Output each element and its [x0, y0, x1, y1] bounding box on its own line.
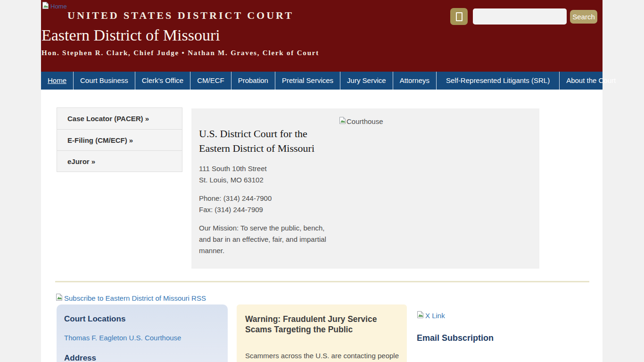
court-address: 111 South 10th Street St. Louis, MO 6310… — [199, 163, 267, 186]
x-social-link[interactable]: X Link — [416, 311, 445, 320]
quick-links-sidebar: Case Locator (PACER) » E-Filing (CM/ECF)… — [57, 107, 182, 172]
nav-item-clerks-office[interactable]: Clerk's Office — [135, 72, 190, 90]
court-type-title: UNITED STATES DISTRICT COURT — [67, 9, 294, 22]
nav-item-home[interactable]: Home — [41, 72, 73, 90]
home-link-label: Home — [50, 3, 67, 10]
broken-image-icon — [339, 116, 347, 126]
nav-item-srl[interactable]: Self-Represented Litigants (SRL) — [436, 72, 559, 90]
court-phone-fax: Phone: (314) 244-7900 Fax: (314) 244-790… — [199, 193, 272, 215]
nav-item-court-business[interactable]: Court Business — [73, 72, 135, 90]
warning-body-text: Scammers across the U.S. are contacting … — [245, 351, 401, 361]
rss-link-label: Subscribe to Eastern District of Missour… — [64, 294, 206, 302]
broken-image-icon — [41, 1, 50, 11]
mission-statement: Our Mission: To serve the public, bench,… — [199, 222, 326, 256]
x-link-label: X Link — [425, 312, 445, 320]
district-title: Eastern District of Missouri — [41, 26, 220, 44]
broken-image-icon — [55, 293, 63, 303]
card-heading: U.S. District Court for the Eastern Dist… — [199, 126, 314, 156]
section-divider — [55, 281, 589, 282]
home-logo-link[interactable]: Home — [41, 1, 67, 11]
nav-item-pretrial-services[interactable]: Pretrial Services — [275, 72, 340, 90]
nav-item-probation[interactable]: Probation — [231, 72, 275, 90]
page: Home UNITED STATES DISTRICT COURT Easter… — [41, 0, 603, 362]
phone-number: Phone: (314) 244-7900 — [199, 193, 272, 204]
eagleton-courthouse-link[interactable]: Thomas F. Eagleton U.S. Courthouse — [64, 334, 181, 342]
court-locations-box: Court Locations Thomas F. Eagleton U.S. … — [57, 304, 228, 362]
courthouse-image-alt-text: Courthouse — [347, 117, 383, 125]
courthouse-image: Courthouse — [339, 116, 383, 126]
warning-heading: Warning: Fraudulent Jury Service Scams T… — [245, 314, 401, 335]
court-info-card: Courthouse U.S. District Court for the E… — [191, 108, 539, 269]
search-button[interactable]: Search — [570, 10, 597, 24]
broken-image-icon — [416, 311, 424, 320]
missing-glyph-icon — [456, 12, 462, 21]
fax-number: Fax: (314) 244-7909 — [199, 204, 272, 215]
nav-item-about-the-court[interactable]: About the Court — [559, 72, 622, 90]
court-locations-heading: Court Locations — [64, 314, 125, 324]
sidebar-item-case-locator-pacer[interactable]: Case Locator (PACER) » — [57, 108, 182, 129]
site-header: Home UNITED STATES DISTRICT COURT Easter… — [41, 0, 603, 72]
nav-item-attorneys[interactable]: Attorneys — [393, 72, 436, 90]
main-nav: Home Court Business Clerk's Office CM/EC… — [41, 72, 603, 90]
sidebar-item-efiling-cmecf[interactable]: E-Filing (CM/ECF) » — [57, 129, 182, 150]
search-icon-button[interactable] — [450, 8, 468, 25]
nav-item-jury-service[interactable]: Jury Service — [340, 72, 393, 90]
jury-scam-warning-box: Warning: Fraudulent Jury Service Scams T… — [237, 304, 407, 362]
address-heading: Address — [64, 354, 96, 362]
search-input[interactable] — [473, 8, 567, 25]
email-subscription-heading: Email Subscription — [417, 333, 494, 343]
nav-item-cmecf[interactable]: CM/ECF — [190, 72, 231, 90]
sidebar-item-ejuror[interactable]: eJuror » — [57, 150, 182, 172]
officials-line: Hon. Stephen R. Clark, Chief Judge • Nat… — [41, 49, 319, 57]
rss-subscribe-link[interactable]: Subscribe to Eastern District of Missour… — [55, 293, 206, 303]
